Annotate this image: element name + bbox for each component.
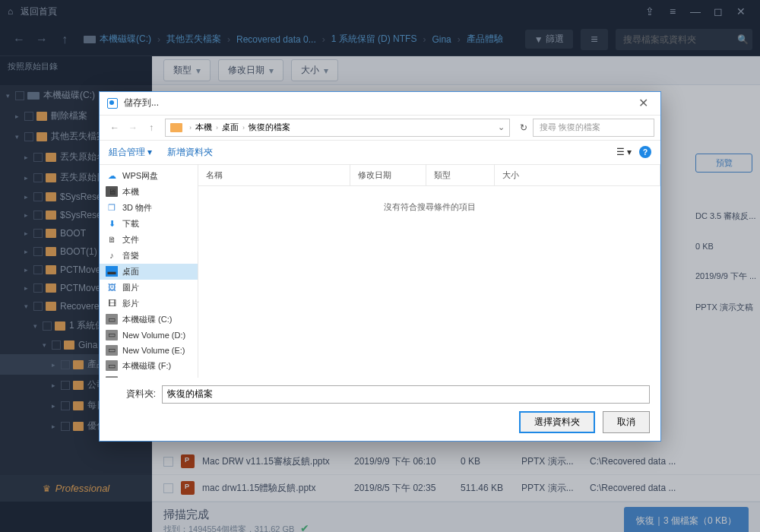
doc-icon: 🗎	[106, 234, 118, 245]
cancel-button[interactable]: 取消	[603, 411, 650, 433]
dialog-sidebar-item[interactable]: ▭New Volume (E:)	[100, 343, 198, 358]
dialog-sidebar-item[interactable]: ▭New Volume (D:)	[100, 328, 198, 343]
desk-icon: ▬	[106, 266, 118, 277]
dialog-columns: 名稱 修改日期 類型 大小	[198, 165, 660, 186]
folder-icon	[170, 123, 182, 132]
dialog-sidebar: ☁WPS网盘🖥本機❒3D 物件⬇下載🗎文件♪音樂▬桌面🖼圖片🎞影片▭本機磁碟 (…	[100, 165, 198, 378]
hdd-icon: ▭	[106, 360, 118, 371]
vid-icon: 🎞	[106, 298, 118, 309]
dialog-sidebar-item[interactable]: ▭本機磁碟 (F:)	[100, 358, 198, 374]
dlg-back-icon[interactable]: ←	[106, 122, 124, 133]
cloud-icon: ☁	[106, 170, 118, 181]
col-date[interactable]: 修改日期	[350, 165, 426, 185]
organize-button[interactable]: 組合管理 ▾	[109, 146, 152, 159]
dialog-search[interactable]: 搜尋 恢復的檔案	[533, 119, 654, 137]
dialog-sidebar-item[interactable]: ❒3D 物件	[100, 200, 198, 216]
dialog-sidebar-item[interactable]: ▭本機磁碟 (H:)	[100, 374, 198, 378]
cube-icon: ❒	[106, 202, 118, 213]
hdd-icon: ▭	[106, 314, 118, 325]
dialog-sidebar-item[interactable]: 🖼圖片	[100, 280, 198, 296]
dlg-fwd-icon[interactable]: →	[124, 122, 142, 133]
view-mode-icon[interactable]: ☰ ▾	[616, 147, 632, 157]
hdd-icon: ▭	[106, 345, 118, 356]
select-folder-button[interactable]: 選擇資料夾	[519, 411, 595, 433]
dialog-title: 儲存到...	[124, 97, 159, 109]
music-icon: ♪	[106, 250, 118, 261]
dialog-sidebar-item[interactable]: ▭本機磁碟 (C:)	[100, 312, 198, 328]
dialog-sidebar-item[interactable]: ☁WPS网盘	[100, 168, 198, 184]
dialog-titlebar: 儲存到... ✕	[100, 92, 660, 115]
new-folder-button[interactable]: 新增資料夾	[167, 146, 213, 159]
dialog-footer: 資料夾: 選擇資料夾 取消	[100, 378, 660, 441]
dl-icon: ⬇	[106, 218, 118, 229]
path-dropdown-icon[interactable]: ⌄	[498, 122, 505, 132]
dialog-sidebar-item[interactable]: 🗎文件	[100, 232, 198, 248]
dialog-nav: ← → ↑ › 本機› 桌面› 恢復的檔案 ⌄ ↻ 搜尋 恢復的檔案	[100, 115, 660, 141]
pic-icon: 🖼	[106, 282, 118, 293]
folder-label: 資料夾:	[110, 388, 156, 401]
pc-icon: 🖥	[106, 186, 118, 197]
hdd-icon: ▭	[106, 376, 118, 378]
col-name[interactable]: 名稱	[198, 165, 350, 185]
folder-input[interactable]	[162, 385, 650, 404]
dialog-sidebar-item[interactable]: ▬桌面	[100, 264, 198, 280]
dialog-overlay: 儲存到... ✕ ← → ↑ › 本機› 桌面› 恢復的檔案 ⌄ ↻ 搜尋 恢復…	[0, 0, 760, 532]
hdd-icon: ▭	[106, 330, 118, 340]
save-dialog: 儲存到... ✕ ← → ↑ › 本機› 桌面› 恢復的檔案 ⌄ ↻ 搜尋 恢復…	[99, 91, 661, 442]
help-icon[interactable]: ?	[639, 146, 651, 158]
empty-message: 沒有符合搜尋條件的項目	[198, 186, 660, 378]
dialog-close-icon[interactable]: ✕	[634, 96, 653, 110]
app-icon	[107, 98, 118, 109]
dialog-sidebar-item[interactable]: ♪音樂	[100, 248, 198, 264]
dialog-sidebar-item[interactable]: ⬇下載	[100, 216, 198, 232]
dialog-sidebar-item[interactable]: 🖥本機	[100, 184, 198, 200]
dialog-filelist: 名稱 修改日期 類型 大小 沒有符合搜尋條件的項目	[198, 165, 660, 378]
dlg-up-icon[interactable]: ↑	[142, 122, 160, 133]
dialog-path[interactable]: › 本機› 桌面› 恢復的檔案 ⌄	[165, 119, 510, 137]
col-type[interactable]: 類型	[426, 165, 495, 185]
dialog-sidebar-item[interactable]: 🎞影片	[100, 296, 198, 312]
dialog-toolbar: 組合管理 ▾ 新增資料夾 ☰ ▾ ?	[100, 141, 660, 165]
refresh-icon[interactable]: ↻	[515, 122, 533, 133]
col-size[interactable]: 大小	[495, 165, 660, 185]
